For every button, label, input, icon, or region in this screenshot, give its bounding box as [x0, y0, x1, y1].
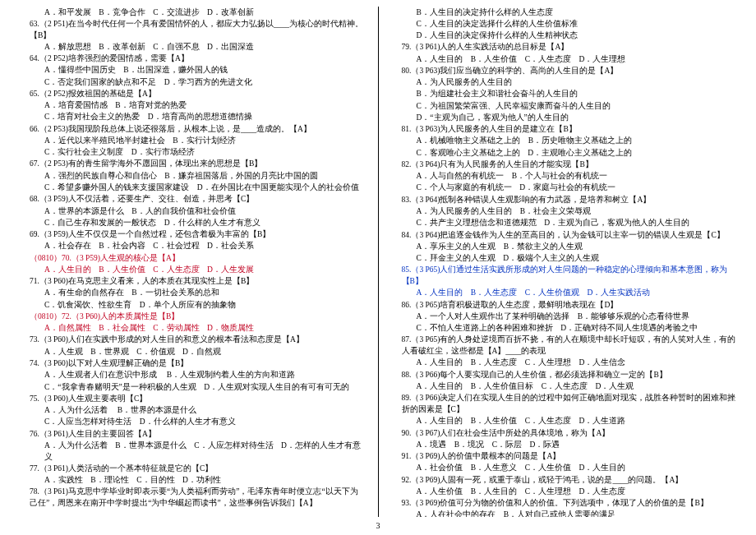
text-line: C．人生目的决定选择什么样的人生价值标准	[387, 19, 737, 30]
text-line: C．客观唯心主义基础之上的 D．主观唯心主义基础之上的	[387, 148, 737, 159]
text-line: A．懂得些中国历史 B．出国深造，赚外国人的钱	[15, 65, 365, 76]
text-line: A．近代以来半殖民地半封建社会 B．实行计划经济	[15, 136, 365, 147]
text-line: A．人生目的 B．人生态度 C．人生价值观 D．人生实践活动	[387, 288, 737, 299]
text-line: C．饥食渴饮、性欲生育 D．单个人所应有的抽象物	[15, 300, 365, 311]
text-line: A．为人民服务的人生目的	[387, 77, 737, 89]
text-line: A．和平发展 B．竞争合作 C．交流进步 D．改革创新	[15, 7, 365, 19]
text-line: 87.（3 P65)有的人身处逆境而百折不挠，有的人在顺境中却长吁短叹，有的人笑…	[387, 334, 737, 357]
two-column-layout: A．和平发展 B．竞争合作 C．交流进步 D．改革创新63.（2 P51)在当今…	[0, 0, 756, 535]
text-line: 67.（2 P53)有的青生留学海外不愿回国，体现出来的思想是【B】	[15, 159, 365, 170]
document-page: A．和平发展 B．竞争合作 C．交流进步 D．改革创新63.（2 P51)在当今…	[0, 0, 756, 535]
text-line: C．人应当怎样对待生活 D．什么样的人生才有意义	[15, 417, 365, 428]
right-column: B．人生目的决定持什么样的人生态度C．人生目的决定选择什么样的人生价值标准D．人…	[380, 7, 749, 517]
text-line: A．培育爱国情感 B．培育对党的热爱	[15, 100, 365, 112]
text-line: 65.（2 P52)报效祖国的基础是【A】	[15, 89, 365, 100]
text-line: 86.（3 P65)培育积极进取的人生态度，最鲜明地表现在【D】	[387, 300, 737, 311]
text-line: A．实践性 B．理论性 C．目的性 D．功利性	[15, 475, 365, 487]
text-line: C．不怕人生道路上的各种困难和挫折 D．正确对待不同人生境遇的考验之中	[387, 323, 737, 334]
text-line: A．世界的本源是什么 B．人的自我价值和社会价值	[15, 206, 365, 218]
text-line: A．人生价值 B．人生目的 C．人生理想 D．人生态度	[387, 487, 737, 498]
text-line: 83.（3 P64)抵制各种错误人生观影响的有力武器，是培养和树立【A】	[387, 195, 737, 206]
text-line: 84.（3 P64)把追逐金钱作为人生的至高目的，认为金钱可以主宰一切的错误人生…	[387, 230, 737, 242]
text-line: 73.（3 P60)人们在实践中形成的对人生目的和意义的根本看法和态度是【A】	[15, 334, 365, 346]
text-line: A．社会价值 B．人生意义 C．人生价值 D．人生目的	[387, 463, 737, 474]
text-line: 66.（2 P53)我国现阶段总体上说还很落后，从根本上说，是﻿____﻿造成的…	[15, 124, 365, 136]
text-line: C．个人与家庭的有机统一 D．家庭与社会的有机统一	[387, 182, 737, 194]
text-line: C．“我拿青春赌明天”是一种积极的人生观 D．人生观对实现人生目的有可有可无的	[15, 382, 365, 394]
text-line: 69.（3 P59)人生不仅仅是一个自然过程，还包含着极为丰富的【B】	[15, 229, 365, 241]
text-line: C．共产主义理想信念和道德规范 D．主观为自己，客观为他人的人生目的	[387, 218, 737, 229]
text-line: A．强烈的民族自尊心和自信心 B．嫌弃祖国落后，外国的月亮比中国的圆	[15, 171, 365, 182]
text-line: A．人为什么活着 B．世界本源是什么 C．人应怎样对待生活 D．怎样的人生才有意…	[15, 440, 365, 464]
text-line: 92.（3 P69)人固有一死，或重于泰山，或轻于鸿毛，说的是﻿____﻿的问题…	[387, 475, 737, 487]
text-line: 90.（3 P67)人们在社会生活中所处的具体境地，称为【A】	[387, 428, 737, 440]
text-line: 68.（3 P59)人不仅活着，还要生产、交往、创造，并思考【C】	[15, 194, 365, 205]
text-line: 64.（2 P52)培养强烈的爱国情感，需要【A】	[15, 53, 365, 65]
text-line: A．人为什么活着 B．世界的本源是什么	[15, 405, 365, 417]
text-line: （0810）72.（3 P60)人的本质属性是【B】	[15, 311, 365, 323]
text-line: A．人生目的 B．人生态度 C．人生理想 D．人生信念	[387, 357, 737, 369]
text-line: A．人生目的 B．人生价值 C．人生态度 D．人生道路	[387, 416, 737, 427]
text-line: 81.（3 P63)为人民服务的人生目的是建立在【B】	[387, 124, 737, 136]
text-line: C．否定我们国家的缺点和不足 D．学习西方的先进文化	[15, 77, 365, 89]
text-line: 71.（3 P60)在马克思主义看来，人的本质在其现实性上是【B】	[15, 276, 365, 288]
text-line: A．人生目的 B．人生价值目标 C．人生态度 D．人生观	[387, 381, 737, 393]
text-line: 88.（3 P66)每个人要实现自己的人生价值，都必须选择和确立一定的【B】	[387, 370, 737, 381]
text-line: A．解放思想 B．改革创新 C．自强不息 D．出国深造	[15, 42, 365, 53]
text-line: D．“主观为自己，客观为他人”的人生目的	[387, 113, 737, 124]
text-line: （0810）70.（3 P59)人生观的核心是【A】	[15, 253, 365, 265]
text-line: A．人生目的 B．人生价值 C．人生态度 D．人生理想	[387, 54, 737, 66]
text-line: 77.（3 P61)人类活动的一个基本特征就是它的【C】	[15, 464, 365, 475]
text-line: B．为组建社会主义和谐社会奋斗的人生目的	[387, 89, 737, 100]
left-column: A．和平发展 B．竞争合作 C．交流进步 D．改革创新63.（2 P51)在当今…	[8, 7, 376, 517]
text-line: C．希望多赚外国人的钱来支援国家建设 D．在外国比在中国更能实现个人的社会价值	[15, 182, 365, 194]
text-line: 91.（3 P69)人的价值中最根本的问题是【A】	[387, 451, 737, 463]
text-line: A．人与自然的有机统一 B．个人与社会的有机统一	[387, 171, 737, 182]
text-line: 89.（3 P66)决定人们在实现人生目的的过程中如何正确地面对现实，战胜各种暂…	[387, 393, 737, 416]
text-line: C．实行社会主义制度 D．实行市场经济	[15, 147, 365, 159]
text-line: 74.（3 P60)以下对人生观理解正确的是【B】	[15, 358, 365, 370]
text-line: B．人生目的决定持什么样的人生态度	[387, 7, 737, 19]
text-line: A．机械唯物主义基础之上的 B．历史唯物主义基础之上的	[387, 136, 737, 147]
text-line: 82.（3 P64)只有为人民服务的人生目的才能实现【B】	[387, 159, 737, 171]
text-line: A．为人民服务的人生目的 B．社会主义荣辱观	[387, 206, 737, 218]
text-line: A．一个人对人生观作出了某种明确的选择 B．能够够乐观的心态看待世界	[387, 311, 737, 323]
text-line: 80.（3 P63)我们应当确立的科学的、高尚的人生目的是【A】	[387, 66, 737, 77]
text-line: 85.（3 P65)人们通过生活实践所形成的对人生问题的一种稳定的心理倾向和基本…	[387, 265, 737, 288]
text-line: C．培育对社会主义的热爱 D．培育高尚的思想道德情操	[15, 112, 365, 123]
column-divider	[378, 7, 379, 517]
text-line: A．有生命的自然存在 B．一切社会关系的总和	[15, 288, 365, 299]
text-line: 76.（3 P61)人生目的主要回答【A】	[15, 429, 365, 440]
text-line: A．人生观者人们在意识中形成 B．人生观制约着人生的方向和道路	[15, 370, 365, 381]
text-line: C．为祖国繁荣富强、人民幸福安康而奋斗的人生目的	[387, 101, 737, 113]
text-line: A．自然属性 B．社会属性 C．劳动属性 D．物质属性	[15, 323, 365, 334]
text-line: A．享乐主义的人生观 B．禁欲主义的人生观	[387, 242, 737, 253]
text-line: D．人生目的决定保持什么样的人生精神状态	[387, 30, 737, 42]
text-line: 79.（3 P61)人的人生实践活动的总目标是【A】	[387, 42, 737, 53]
text-line: A．人生观 B．世界观 C．价值观 D．自然观	[15, 347, 365, 358]
text-line: 75.（3 P60)人生观主要表明【C】	[15, 394, 365, 405]
text-line: 93.（3 P69)价值可分为物的价值和人的价值。下列选项中，体现了人的价值的是…	[387, 498, 737, 510]
text-line: C．自己生存和发展的一般状态 D．什么样的人生才有意义	[15, 218, 365, 229]
page-number: 3	[376, 521, 380, 530]
text-line: A．人在社会中的存在 B．人对自己或他人需要的满足	[387, 510, 737, 517]
text-line: 78.（3 P61)马克思中学毕业时即表示要“为人类福利而劳动”，毛泽东青年时便…	[15, 487, 365, 510]
text-line: A．人生目的 B．人生价值 C．人生态度 D．人生发展	[15, 265, 365, 276]
text-line: C．拜金主义的人生观 D．极端个人主义的人生观	[387, 253, 737, 265]
text-line: A．境遇 B．境况 C．际层 D．际遇	[387, 440, 737, 451]
text-line: A．社会存在 B．社会内容 C．社会过程 D．社会关系	[15, 241, 365, 252]
text-line: 63.（2 P51)在当今时代任何一个具有爱国情怀的人，都应大力弘扬以﻿____…	[15, 19, 365, 42]
